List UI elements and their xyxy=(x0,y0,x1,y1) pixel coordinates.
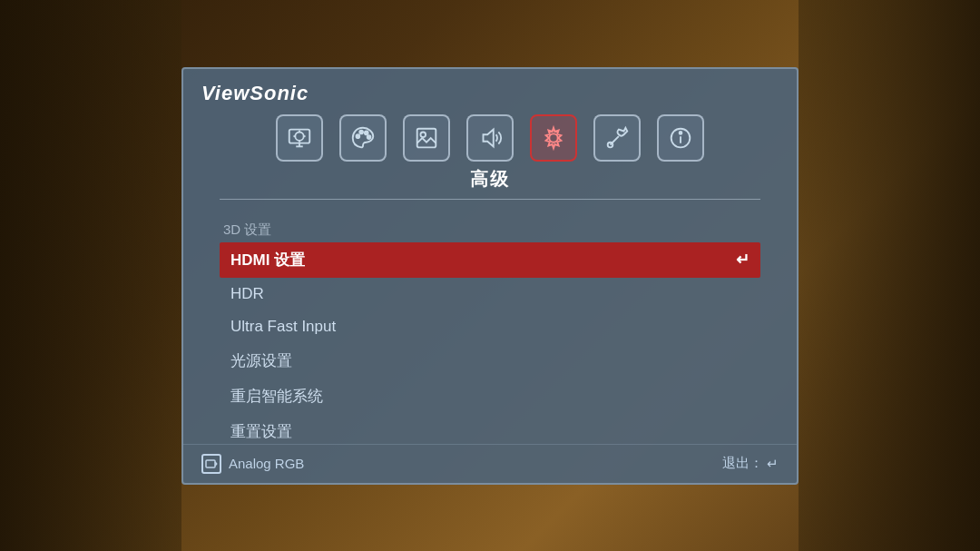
enter-icon: ↵ xyxy=(736,250,750,270)
svg-point-9 xyxy=(359,130,363,133)
menu-item-ultra-fast[interactable]: Ultra Fast Input xyxy=(220,310,760,343)
bg-right xyxy=(799,0,980,551)
nav-icon-info[interactable] xyxy=(657,114,704,162)
nav-icon-color[interactable] xyxy=(339,114,387,162)
nav-icons-bar xyxy=(201,114,779,162)
input-label: Analog RGB xyxy=(229,456,304,471)
svg-point-13 xyxy=(420,132,426,137)
osd-panel: ViewSonic xyxy=(181,67,799,485)
svg-point-8 xyxy=(357,134,360,138)
menu-item-label: Ultra Fast Input xyxy=(230,318,336,336)
svg-rect-12 xyxy=(417,128,436,147)
nav-icon-audio[interactable] xyxy=(466,114,514,162)
svg-point-3 xyxy=(295,132,303,140)
svg-point-14 xyxy=(549,133,557,142)
nav-icon-image[interactable] xyxy=(403,114,450,162)
nav-icon-display[interactable] xyxy=(276,114,323,162)
nav-icon-setup[interactable] xyxy=(593,114,641,162)
menu-item-light-source[interactable]: 光源设置 xyxy=(220,343,760,379)
svg-rect-20 xyxy=(206,460,215,467)
menu-item-hdmi[interactable]: HDMI 设置 ↵ xyxy=(220,242,760,278)
divider xyxy=(220,199,760,200)
exit-label: 退出： xyxy=(722,455,763,472)
menu-item-label: 光源设置 xyxy=(230,350,292,371)
exit-icon: ↵ xyxy=(767,456,779,472)
svg-point-19 xyxy=(680,131,682,133)
bg-left xyxy=(0,0,181,551)
input-source-icon xyxy=(201,454,221,474)
menu-item-label: 重置设置 xyxy=(230,421,292,442)
nav-icon-advanced[interactable] xyxy=(530,114,577,162)
section-title: 高级 xyxy=(201,167,779,192)
footer-left: Analog RGB xyxy=(201,454,304,474)
brand-logo: ViewSonic xyxy=(201,82,779,105)
osd-header: ViewSonic xyxy=(183,69,797,216)
menu-section-label: 3D 设置 xyxy=(220,221,760,239)
svg-point-11 xyxy=(368,135,371,139)
menu-item-hdr[interactable]: HDR xyxy=(220,278,760,310)
svg-point-10 xyxy=(365,131,368,134)
footer-right: 退出： ↵ xyxy=(722,455,779,472)
menu-item-label: HDR xyxy=(230,285,264,303)
menu-item-reset-smart[interactable]: 重启智能系统 xyxy=(220,379,760,414)
menu-item-label: 重启智能系统 xyxy=(230,386,323,407)
menu-item-label: HDMI 设置 xyxy=(230,250,305,271)
menu-body: 3D 设置 HDMI 设置 ↵ HDR Ultra Fast Input 光源设… xyxy=(183,216,797,455)
osd-footer: Analog RGB 退出： ↵ xyxy=(183,444,797,483)
